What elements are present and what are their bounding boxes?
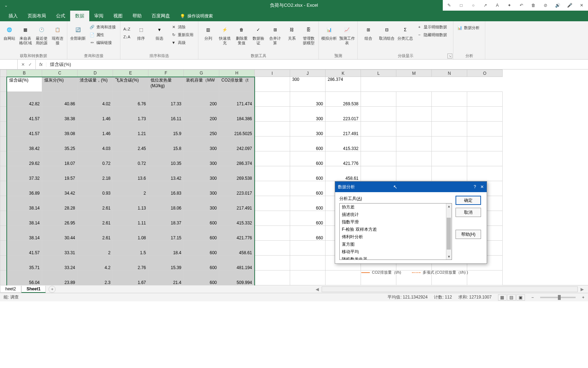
- cell-G14[interactable]: 600: [184, 271, 219, 285]
- cell-I13[interactable]: [255, 256, 290, 271]
- horizontal-scrollbar[interactable]: [322, 286, 578, 292]
- normal-view-button[interactable]: ▦: [498, 294, 507, 301]
- cell-D4[interactable]: 1.46: [78, 122, 113, 136]
- col-header-H[interactable]: H: [219, 70, 255, 77]
- cell-F10[interactable]: 18.37: [148, 211, 184, 226]
- cell-I7[interactable]: [255, 166, 290, 181]
- cell-G6[interactable]: 300: [184, 151, 219, 166]
- cell-F14[interactable]: 21.4: [148, 271, 184, 285]
- outline-dialog-launcher[interactable]: ↘: [447, 54, 452, 58]
- col-header-F[interactable]: F: [148, 70, 184, 77]
- cell-J4[interactable]: 300: [290, 122, 326, 136]
- consolidate-button[interactable]: ⊞合并计算: [267, 23, 283, 45]
- cell-B3[interactable]: 41.57: [7, 107, 42, 122]
- cell-empty[interactable]: [396, 107, 432, 122]
- recent-sources-button[interactable]: 🕐最近使用的源: [34, 23, 49, 45]
- cell-E13[interactable]: 2.76: [113, 256, 148, 271]
- cancel-button[interactable]: 取消: [456, 208, 481, 217]
- cell-D10[interactable]: 2.61: [78, 211, 113, 226]
- cell-D8[interactable]: 0.93: [78, 181, 113, 196]
- cell-empty[interactable]: [361, 92, 396, 107]
- cell-F12[interactable]: 18.4: [148, 241, 184, 256]
- col-header-K[interactable]: K: [326, 70, 361, 77]
- cell-empty[interactable]: [396, 92, 432, 107]
- analysis-tools-listbox[interactable]: 协方差描述统计指数平滑F-检验 双样本方差傅利叶分析直方图移动平均随机数发生器排…: [339, 203, 452, 260]
- sort-desc-button[interactable]: Z↓A: [123, 33, 131, 40]
- subtotal-button[interactable]: Σ分类汇总: [397, 23, 414, 41]
- add-sheet-button[interactable]: +: [49, 286, 56, 293]
- cell-J10[interactable]: 600: [290, 211, 326, 226]
- cell-E10[interactable]: 1.11: [113, 211, 148, 226]
- pencil-icon[interactable]: ✎: [446, 2, 453, 9]
- text-icon[interactable]: A: [494, 2, 501, 9]
- cell-empty[interactable]: [467, 92, 503, 107]
- cell-J-header[interactable]: 300: [290, 77, 326, 92]
- cell-F5[interactable]: 15.8: [148, 136, 184, 151]
- cell-I8[interactable]: [255, 181, 290, 196]
- existing-conn-button[interactable]: 📋现有连接: [50, 23, 65, 45]
- tab-help[interactable]: 帮助: [128, 11, 147, 21]
- cell-F4[interactable]: 15.9: [148, 122, 184, 136]
- cell-E12[interactable]: 1.5: [113, 241, 148, 256]
- cell-empty[interactable]: [467, 166, 503, 181]
- cell-F2[interactable]: 17.33: [148, 92, 184, 107]
- cell-J3[interactable]: 300: [290, 107, 326, 122]
- cell-K5[interactable]: 415.332: [326, 136, 361, 151]
- scroll-thumb[interactable]: [447, 218, 451, 250]
- cell-G7[interactable]: 300: [184, 166, 219, 181]
- cell-F7[interactable]: 13.42: [148, 166, 184, 181]
- sort-button[interactable]: ⬚排序: [132, 23, 149, 41]
- data-analysis-button[interactable]: 📊数据分析: [456, 23, 481, 31]
- cell-H14[interactable]: 509.994: [219, 271, 255, 285]
- cell-H4[interactable]: 216.5025: [219, 122, 255, 136]
- cell-H3[interactable]: 184.386: [219, 107, 255, 122]
- cell-empty[interactable]: [361, 166, 396, 181]
- close-icon[interactable]: ✕: [578, 2, 585, 9]
- pin-icon[interactable]: ⊘: [542, 2, 549, 9]
- tab-insert[interactable]: 插入: [4, 11, 23, 21]
- cell-K7[interactable]: 458.61: [326, 166, 361, 181]
- cell-F-header[interactable]: 低位发热量(MJ/kg): [148, 77, 184, 92]
- formula-input[interactable]: 煤含碳(%): [46, 61, 588, 68]
- cell-C8[interactable]: 34.42: [42, 181, 78, 196]
- arrow-icon[interactable]: ↗: [482, 2, 489, 9]
- filter-button[interactable]: ▼筛选: [151, 23, 168, 41]
- from-table-button[interactable]: ▦来自表格/区域: [18, 23, 33, 45]
- cell-empty[interactable]: [361, 122, 396, 136]
- cell-J8[interactable]: 600: [290, 181, 326, 196]
- cell-empty[interactable]: [432, 92, 467, 107]
- cell-J12[interactable]: [290, 241, 326, 256]
- cell-C7[interactable]: 19.57: [42, 166, 78, 181]
- cell-empty[interactable]: [432, 151, 467, 166]
- data-model-button[interactable]: 🗄管理数据模型: [301, 23, 316, 45]
- cell-C13[interactable]: 33.24: [42, 256, 78, 271]
- zoom-out-button[interactable]: −: [531, 295, 534, 300]
- cell-E7[interactable]: 13.6: [113, 166, 148, 181]
- speaker-icon[interactable]: 🔊: [554, 2, 561, 9]
- name-box[interactable]: [0, 60, 18, 69]
- cell-G11[interactable]: 600: [184, 226, 219, 241]
- cell-G-header[interactable]: 装机容量（MW: [184, 77, 219, 92]
- cell-empty[interactable]: [396, 166, 432, 181]
- cell-J14[interactable]: [290, 271, 326, 285]
- zoom-in-button[interactable]: +: [582, 295, 584, 300]
- cell-empty[interactable]: [396, 122, 432, 136]
- tool-item-随机数发生器[interactable]: 随机数发生器: [340, 256, 452, 260]
- dialog-close-icon[interactable]: ✕: [480, 184, 484, 189]
- cell-B4[interactable]: 41.57: [7, 122, 42, 136]
- cell-H11[interactable]: 421.776: [219, 226, 255, 241]
- cell-E-header[interactable]: 飞灰含碳(%): [113, 77, 148, 92]
- cell-H7[interactable]: 269.538: [219, 166, 255, 181]
- cell-K14[interactable]: [326, 271, 361, 285]
- cell-G9[interactable]: 300: [184, 196, 219, 211]
- cell-B7[interactable]: 37.32: [7, 166, 42, 181]
- ungroup-button[interactable]: ⊟取消组合: [378, 23, 395, 41]
- cell-empty[interactable]: [396, 151, 432, 166]
- cell-D14[interactable]: 2.3: [78, 271, 113, 285]
- clear-button[interactable]: ✕清除: [169, 23, 195, 30]
- cell-G3[interactable]: 200: [184, 107, 219, 122]
- dialog-help-icon[interactable]: ?: [474, 184, 476, 189]
- page-break-view-button[interactable]: ▣: [516, 294, 525, 301]
- tool-item-描述统计[interactable]: 描述统计: [340, 211, 452, 218]
- cell-E5[interactable]: 2.45: [113, 136, 148, 151]
